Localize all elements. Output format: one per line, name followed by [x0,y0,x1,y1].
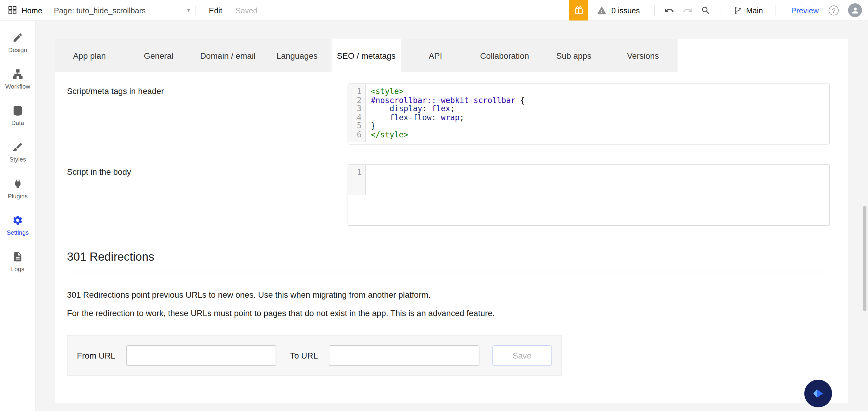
database-icon [12,105,23,116]
undo-icon [664,5,675,15]
body-script-editor[interactable]: 1 [347,164,830,226]
sidebar-item-settings[interactable]: Settings [0,207,36,244]
settings-panel: App plan General Domain / email Language… [55,39,848,403]
sidebar-item-label: Styles [9,156,26,163]
sidebar-item-label: Settings [7,229,29,235]
line-numbers-gutter: 123456 [348,84,366,142]
tab-languages[interactable]: Languages [262,39,332,72]
chevron-down-icon: ▾ [187,7,190,14]
sidebar-item-label: Plugins [8,193,28,199]
branch-selector[interactable]: Main [733,6,763,14]
page-selector-dropdown[interactable]: Page: tuto_hide_scrollbars ▾ [54,6,190,14]
search-button[interactable] [697,0,715,21]
plug-icon [12,178,23,189]
home-icon [8,5,17,15]
header-script-editor[interactable]: 123456 <style>#noscrollbar::-webkit-scro… [347,84,830,144]
brush-icon [12,141,23,153]
search-icon [701,5,711,15]
main-area: App plan General Domain / email Language… [36,21,868,411]
section-divider [67,272,830,273]
tab-content: Script/meta tags in header 123456 <style… [55,72,848,376]
help-button[interactable]: ? [829,5,839,15]
sidebar-item-styles[interactable]: Styles [0,134,36,170]
tab-api[interactable]: API [401,39,470,72]
separator [48,5,49,16]
separator [721,5,721,16]
bubble-logo-icon [811,386,826,401]
redirections-description-1: 301 Redirections point previous URLs to … [67,289,830,301]
gift-button[interactable] [569,0,588,21]
sidebar-item-plugins[interactable]: Plugins [0,170,36,207]
gear-icon [12,215,23,226]
sidebar: Design Workflow Data Styles [0,21,36,411]
sidebar-item-workflow[interactable]: Workflow [0,61,36,97]
tab-app-plan[interactable]: App plan [55,39,124,72]
person-icon [850,6,859,14]
tab-versions[interactable]: Versions [609,39,678,72]
vertical-scrollbar[interactable] [863,206,866,311]
tab-general[interactable]: General [124,39,193,72]
sidebar-item-label: Design [8,46,27,53]
redo-button[interactable] [679,0,697,21]
page-selector-value: Page: tuto_hide_scrollbars [54,6,146,14]
redirections-title: 301 Redirections [67,250,830,263]
preview-button[interactable]: Preview [791,6,818,14]
tab-collaboration[interactable]: Collaboration [470,39,539,72]
bubble-help-launcher[interactable] [804,380,832,407]
settings-tabs: App plan General Domain / email Language… [55,39,678,72]
user-avatar[interactable] [848,3,862,17]
save-button[interactable]: Save [492,345,552,366]
header-script-label: Script/meta tags in header [67,84,347,144]
sidebar-item-logs[interactable]: Logs [0,244,36,280]
code-content[interactable]: <style>#noscrollbar::-webkit-scrollbar {… [366,84,829,144]
sidebar-item-data[interactable]: Data [0,97,36,134]
sidebar-item-label: Workflow [5,83,30,90]
separator [654,5,655,16]
branch-icon [733,6,742,14]
saved-status: Saved [236,6,257,14]
separator [195,5,196,16]
editor-window: Home Page: tuto_hide_scrollbars ▾ Edit S… [0,0,868,411]
undo-button[interactable] [660,0,679,21]
home-label: Home [22,6,42,14]
line-numbers-gutter: 1 [348,165,366,195]
tab-domain-email[interactable]: Domain / email [193,39,262,72]
to-url-input[interactable] [329,345,479,366]
sidebar-item-design[interactable]: Design [0,24,36,61]
workflow-icon [12,69,23,80]
to-url-label: To URL [290,351,318,360]
code-content[interactable] [366,165,829,225]
branch-label: Main [746,6,763,14]
body-script-label: Script in the body [67,164,347,226]
issues-indicator[interactable]: 0 issues [597,5,640,15]
issues-count-label: 0 issues [612,6,640,14]
design-icon [12,32,23,43]
sidebar-item-label: Data [11,120,24,126]
home-button[interactable]: Home [8,5,42,15]
edit-mode-label[interactable]: Edit [209,6,222,14]
sidebar-item-label: Logs [11,266,24,273]
add-redirection-panel: From URL To URL Save [67,335,562,376]
from-url-label: From URL [77,351,115,360]
separator [775,5,776,16]
from-url-input[interactable] [126,345,276,366]
question-mark-icon: ? [832,7,835,13]
redirections-description-2: For the redirection to work, these URLs … [67,307,830,319]
tab-seo-metatags[interactable]: SEO / metatags [332,39,401,72]
gift-icon [574,5,584,16]
document-icon [12,251,23,262]
warning-icon [597,5,607,15]
tab-sub-apps[interactable]: Sub apps [539,39,609,72]
topbar: Home Page: tuto_hide_scrollbars ▾ Edit S… [0,0,868,21]
redo-icon [683,5,692,15]
